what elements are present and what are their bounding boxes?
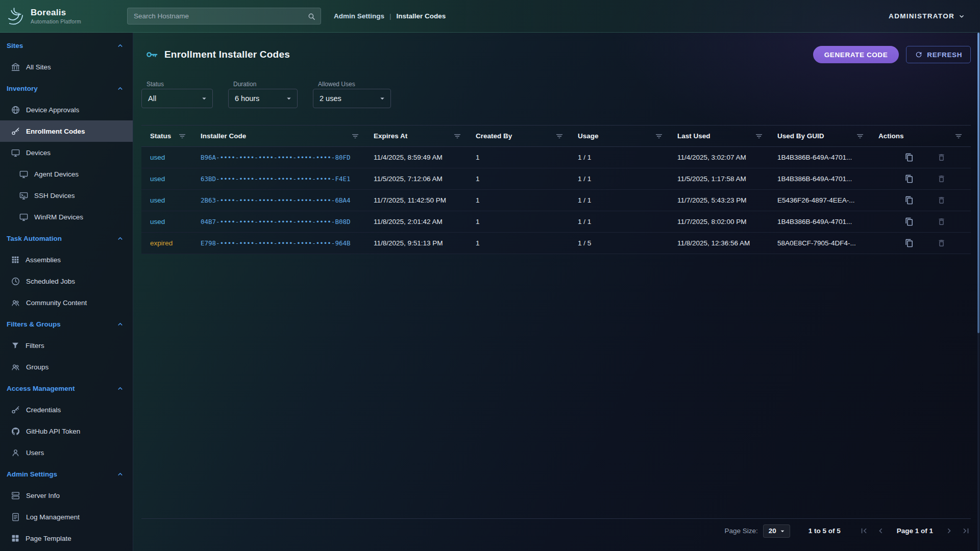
user-menu[interactable]: ADMINISTRATOR xyxy=(889,12,966,20)
sidebar-item-ssh-devices[interactable]: SSH Devices xyxy=(0,185,133,206)
filter-icon[interactable] xyxy=(755,132,763,140)
sidebar-item-devices[interactable]: Devices xyxy=(0,142,133,163)
delete-button[interactable] xyxy=(937,239,946,247)
sidebar-item-scheduled-jobs[interactable]: Scheduled Jobs xyxy=(0,270,133,292)
sidebar-item-winrm-devices[interactable]: WinRM Devices xyxy=(0,206,133,228)
caret-down-icon xyxy=(284,94,293,103)
trash-icon xyxy=(937,153,946,162)
key-icon xyxy=(11,405,20,415)
expires-at: 11/8/2025, 2:01:42 AM xyxy=(374,218,476,226)
caret-down-icon xyxy=(200,94,209,103)
sidebar-item-page-template[interactable]: Page Template xyxy=(0,528,133,549)
last-page-button[interactable] xyxy=(961,526,971,536)
delete-button[interactable] xyxy=(937,153,946,162)
copy-button[interactable] xyxy=(905,174,914,183)
sidebar-section-inventory[interactable]: Inventory xyxy=(0,78,133,99)
sidebar-item-credentials[interactable]: Credentials xyxy=(0,399,133,420)
sidebar-section-sites[interactable]: Sites xyxy=(0,35,133,56)
copy-button[interactable] xyxy=(905,196,914,205)
breadcrumb-parent[interactable]: Admin Settings xyxy=(334,12,384,20)
breadcrumb: Admin Settings | Installer Codes xyxy=(334,12,446,20)
copy-icon xyxy=(905,196,914,205)
chevron-up-icon xyxy=(116,84,125,93)
table-row[interactable]: used 2B63-••••-••••-••••-••••-••••-••••-… xyxy=(141,190,971,211)
page-header: Enrollment Installer Codes GENERATE CODE… xyxy=(141,43,971,66)
table-header: Status Installer Code Expires At Created… xyxy=(141,126,971,147)
usage: 1 / 5 xyxy=(578,239,677,247)
delete-button[interactable] xyxy=(937,174,946,183)
people-icon xyxy=(11,362,20,372)
sidebar-item-assemblies[interactable]: Assemblies xyxy=(0,249,133,270)
first-page-button[interactable] xyxy=(859,526,869,536)
table-row[interactable]: expired E798-••••-••••-••••-••••-••••-••… xyxy=(141,233,971,254)
copy-button[interactable] xyxy=(905,217,914,226)
main-content: Enrollment Installer Codes GENERATE CODE… xyxy=(133,33,980,551)
copy-icon xyxy=(905,217,914,226)
sidebar-item-groups[interactable]: Groups xyxy=(0,356,133,378)
duration-filter-select[interactable]: Duration 6 hours xyxy=(228,81,298,108)
sidebar-item-github-api-token[interactable]: GitHub API Token xyxy=(0,420,133,442)
search-input[interactable] xyxy=(128,8,321,24)
usage: 1 / 1 xyxy=(578,196,677,204)
sidebar-item-users[interactable]: Users xyxy=(0,442,133,463)
copy-icon xyxy=(905,174,914,183)
filters-row: Status All Duration 6 hours Allowed Uses… xyxy=(141,81,971,108)
sidebar-item-filters[interactable]: Filters xyxy=(0,335,133,356)
filter-icon[interactable] xyxy=(178,132,186,140)
installer-code: B96A-••••-••••-••••-••••-••••-••••-80FD xyxy=(201,154,374,161)
sidebar-item-log-management[interactable]: Log Management xyxy=(0,506,133,528)
sidebar-item-all-sites[interactable]: All Sites xyxy=(0,56,133,78)
scrollbar-thumb[interactable] xyxy=(977,33,979,333)
sidebar-item-agent-devices[interactable]: Agent Devices xyxy=(0,163,133,185)
copy-icon xyxy=(905,153,914,162)
filter-icon[interactable] xyxy=(351,132,359,140)
table-row[interactable]: used 63BD-••••-••••-••••-••••-••••-••••-… xyxy=(141,168,971,190)
filter-icon[interactable] xyxy=(856,132,864,140)
allowed-uses-filter-select[interactable]: Allowed Uses 2 uses xyxy=(313,81,391,108)
people-icon xyxy=(11,298,20,308)
sidebar-item-enrollment-codes[interactable]: Enrollment Codes xyxy=(0,120,133,142)
trash-icon xyxy=(937,196,946,205)
clock-icon xyxy=(11,277,20,286)
prev-page-button[interactable] xyxy=(876,526,886,536)
sidebar-section-task-automation[interactable]: Task Automation xyxy=(0,228,133,249)
sidebar-section-access-management[interactable]: Access Management xyxy=(0,378,133,399)
brand[interactable]: Borealis Automation Platform xyxy=(0,6,127,27)
delete-button[interactable] xyxy=(937,196,946,205)
col-usage: Usage xyxy=(578,132,677,140)
scrollbar[interactable] xyxy=(977,33,979,551)
col-actions: Actions xyxy=(878,132,971,140)
user-menu-label: ADMINISTRATOR xyxy=(889,12,954,20)
chevron-up-icon xyxy=(116,234,125,243)
filter-icon[interactable] xyxy=(655,132,663,140)
sidebar-item-community-content[interactable]: Community Content xyxy=(0,292,133,313)
expires-at: 11/7/2025, 11:42:50 PM xyxy=(374,196,476,204)
page-range: 1 to 5 of 5 xyxy=(808,527,841,535)
installer-code: 04B7-••••-••••-••••-••••-••••-••••-B08D xyxy=(201,218,374,226)
terminal-icon xyxy=(19,191,29,201)
refresh-button[interactable]: REFRESH xyxy=(906,46,971,63)
sidebar-item-server-info[interactable]: Server Info xyxy=(0,485,133,506)
page-title: Enrollment Installer Codes xyxy=(164,49,290,60)
status-badge: used xyxy=(150,175,165,183)
sidebar-item-device-approvals[interactable]: Device Approvals xyxy=(0,99,133,120)
copy-button[interactable] xyxy=(905,239,914,247)
github-icon xyxy=(11,427,20,436)
delete-button[interactable] xyxy=(937,217,946,226)
table-row[interactable]: used B96A-••••-••••-••••-••••-••••-••••-… xyxy=(141,147,971,168)
generate-code-button[interactable]: GENERATE CODE xyxy=(813,46,899,63)
last-used: 11/7/2025, 5:43:23 PM xyxy=(677,196,777,204)
filter-icon[interactable] xyxy=(555,132,564,140)
filter-icon[interactable] xyxy=(954,132,963,140)
status-filter-select[interactable]: Status All xyxy=(141,81,213,108)
borealis-logo-icon xyxy=(5,6,27,27)
sidebar-section-admin-settings[interactable]: Admin Settings xyxy=(0,463,133,485)
next-page-button[interactable] xyxy=(944,526,954,536)
page-size-select[interactable]: 20 xyxy=(763,524,790,538)
breadcrumb-current: Installer Codes xyxy=(397,12,446,20)
col-installer-code: Installer Code xyxy=(201,132,374,140)
sidebar-section-filters-groups[interactable]: Filters & Groups xyxy=(0,313,133,335)
filter-icon[interactable] xyxy=(453,132,461,140)
table-row[interactable]: used 04B7-••••-••••-••••-••••-••••-••••-… xyxy=(141,211,971,233)
copy-button[interactable] xyxy=(905,153,914,162)
